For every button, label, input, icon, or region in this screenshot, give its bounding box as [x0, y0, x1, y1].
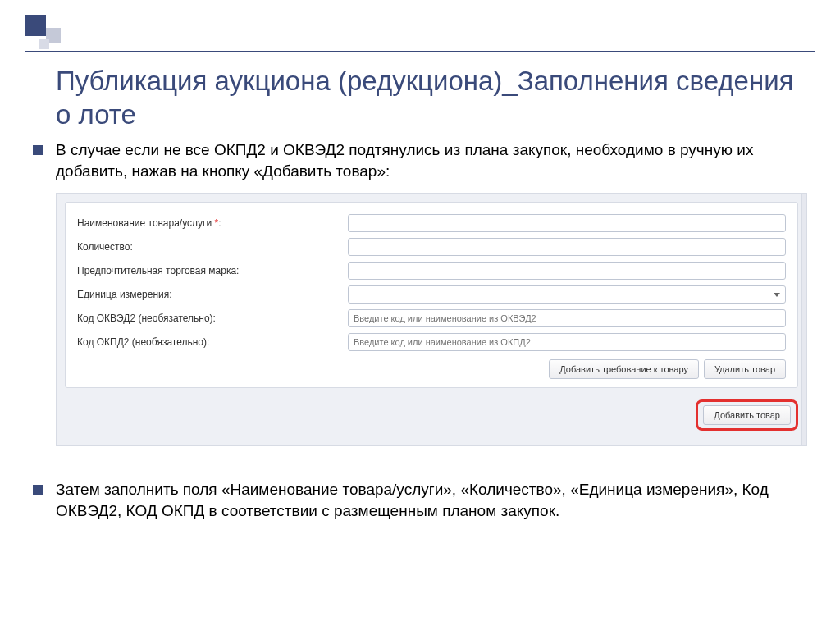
- row-okpd: Код ОКПД2 (необязательно):: [77, 333, 786, 351]
- row-okved: Код ОКВЭД2 (необязательно):: [77, 309, 786, 327]
- bullet-2: Затем заполнить поля «Наименование товар…: [56, 479, 807, 521]
- square-bullet-icon: [33, 145, 43, 155]
- bullet-2-text: Затем заполнить поля «Наименование товар…: [56, 479, 807, 521]
- select-unit[interactable]: [348, 285, 786, 304]
- form-screenshot: Наименование товара/услуги *: Количество…: [56, 193, 807, 446]
- label-okpd: Код ОКПД2 (необязательно):: [77, 336, 348, 348]
- input-okved[interactable]: [348, 309, 786, 327]
- required-asterisk: *: [214, 217, 218, 229]
- add-requirement-button[interactable]: Добавить требование к товару: [549, 359, 699, 379]
- slide-title: Публикация аукциона (редукциона)_Заполне…: [56, 64, 807, 132]
- square-bullet-icon: [33, 485, 43, 495]
- label-name: Наименование товара/услуги *:: [77, 217, 348, 229]
- label-brand: Предпочтительная торговая марка:: [77, 265, 348, 276]
- label-quantity: Количество:: [77, 241, 348, 253]
- product-form-panel: Наименование товара/услуги *: Количество…: [65, 202, 798, 388]
- bullet-1-text: В случае если не все ОКПД2 и ОКВЭД2 подт…: [56, 139, 807, 181]
- label-okved: Код ОКВЭД2 (необязательно):: [77, 313, 348, 324]
- row-unit: Единица измерения:: [77, 285, 786, 304]
- input-okpd[interactable]: [348, 333, 786, 351]
- row-name: Наименование товара/услуги *:: [77, 214, 786, 232]
- slide-body: В случае если не все ОКПД2 и ОКВЭД2 подт…: [56, 139, 807, 533]
- input-name[interactable]: [348, 214, 786, 232]
- row-brand: Предпочтительная торговая марка:: [77, 262, 786, 280]
- decorative-squares: [25, 15, 61, 51]
- delete-product-button[interactable]: Удалить товар: [704, 359, 786, 379]
- label-unit: Единица измерения:: [77, 289, 348, 300]
- highlight-annotation: Добавить товар: [696, 399, 798, 431]
- outer-action-bar: Добавить товар: [65, 399, 798, 431]
- inner-action-bar: Добавить требование к товару Удалить тов…: [77, 359, 786, 379]
- input-quantity[interactable]: [348, 238, 786, 256]
- slide: Публикация аукциона (редукциона)_Заполне…: [0, 0, 840, 630]
- input-brand[interactable]: [348, 262, 786, 280]
- row-quantity: Количество:: [77, 238, 786, 256]
- scrollbar-strip: [801, 194, 806, 445]
- title-underline: [25, 51, 815, 52]
- bullet-1: В случае если не все ОКПД2 и ОКВЭД2 подт…: [56, 139, 807, 181]
- add-product-button[interactable]: Добавить товар: [703, 405, 791, 425]
